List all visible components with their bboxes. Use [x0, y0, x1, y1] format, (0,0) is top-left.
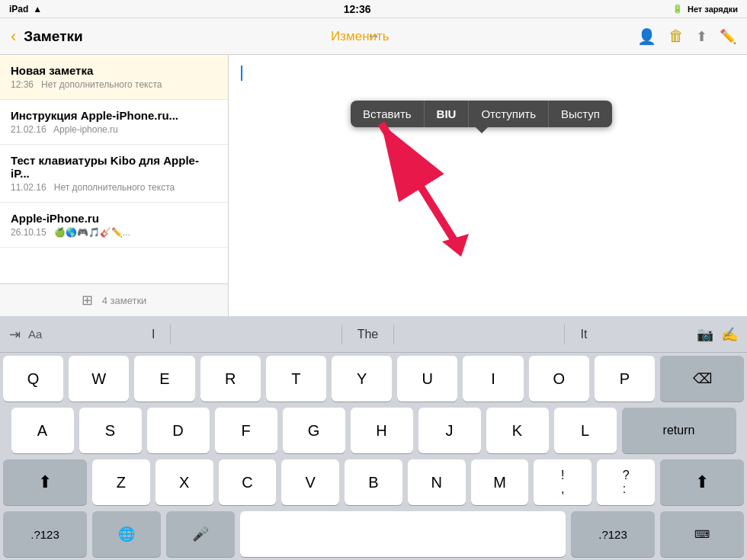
note-count: 4 заметки [102, 295, 147, 306]
key-exclaim[interactable]: !, [534, 459, 592, 505]
note-item[interactable]: Инструкция Apple-iPhone.ru... 21.02.16 A… [0, 100, 228, 145]
key-t[interactable]: T [266, 356, 326, 402]
key-l[interactable]: L [554, 408, 617, 453]
key-k[interactable]: K [486, 408, 549, 453]
note-date: 21.02.16 [11, 124, 46, 135]
battery-label: Нет зарядки [688, 5, 738, 14]
key-y[interactable]: Y [332, 356, 392, 402]
space-key[interactable] [240, 511, 566, 557]
key-v[interactable]: V [281, 459, 339, 505]
key-row-3: ⬆ Z X C V B N M !, ?: ⬆ [3, 459, 744, 505]
return-key[interactable]: return [622, 408, 736, 453]
suggestion-3[interactable]: It [564, 325, 602, 344]
key-row-1: Q W E R T Y U I O P ⌫ [3, 356, 744, 402]
key-u[interactable]: U [397, 356, 457, 402]
mic-key[interactable]: 🎤 [166, 511, 235, 557]
numbers-key-right[interactable]: .?123 [571, 511, 655, 557]
person-icon[interactable]: 👤 [637, 27, 656, 46]
trash-icon[interactable]: 🗑 [668, 27, 684, 45]
note-date: 11.02.16 [11, 182, 46, 193]
note-editor[interactable]: Вставить BIU Отступить Выступ [229, 55, 747, 316]
keyboard-key[interactable]: ⌨ [660, 511, 744, 557]
context-paste[interactable]: Вставить [351, 101, 425, 127]
key-e[interactable]: E [134, 356, 194, 402]
note-title: Новая заметка [11, 64, 217, 77]
note-title: Инструкция Apple-iPhone.ru... [11, 109, 217, 122]
pencil-icon[interactable]: ✏️ [720, 28, 736, 45]
svg-line-1 [381, 123, 457, 245]
expand-icon: ↔ [367, 28, 380, 43]
text-cursor [241, 66, 242, 81]
key-r[interactable]: R [200, 356, 261, 402]
key-f[interactable]: F [215, 408, 277, 453]
grid-icon[interactable]: ⊞ [82, 292, 93, 309]
nav-right-icons: 👤 🗑 ⬆ ✏️ [637, 27, 736, 46]
numbers-key[interactable]: .?123 [3, 511, 87, 557]
status-time: 12:36 [344, 3, 371, 15]
key-i[interactable]: I [463, 356, 523, 402]
note-meta: 26.10.15 🍏🌎🎮🎵🎸✏️... [11, 227, 217, 238]
key-row-2: A S D F G H J K L return [3, 408, 744, 453]
wifi-icon: ▲ [33, 4, 42, 14]
note-date: 26.10.15 [11, 227, 46, 238]
autocomplete-right-icons: 📷 ✍️ [688, 326, 747, 343]
note-date: 12:36 [11, 79, 34, 90]
suggestion-1[interactable]: I [136, 325, 171, 344]
key-question[interactable]: ?: [597, 459, 655, 505]
nav-title: Заметки [24, 28, 82, 45]
status-bar: iPad ▲ 12:36 🔋 Нет зарядки [0, 0, 747, 18]
shift-key-right[interactable]: ⬆ [660, 459, 744, 505]
sidebar-footer: ⊞ 4 заметки [0, 283, 228, 316]
autocomplete-left-icons: ⇥ Aa [0, 326, 51, 343]
note-title: Apple-iPhone.ru [11, 212, 217, 225]
status-left: iPad ▲ [9, 4, 42, 14]
globe-key[interactable]: 🌐 [92, 511, 161, 557]
key-d[interactable]: D [147, 408, 210, 453]
note-preview: Нет дополнительного текста [41, 79, 162, 90]
nav-bar: ‹ Заметки ↔ Изменить 👤 🗑 ⬆ ✏️ [0, 18, 747, 55]
note-item[interactable]: Apple-iPhone.ru 26.10.15 🍏🌎🎮🎵🎸✏️... [0, 203, 228, 248]
note-preview: 🍏🌎🎮🎵🎸✏️... [54, 227, 130, 238]
signature-icon[interactable]: ✍️ [721, 326, 738, 343]
note-meta: 12:36 Нет дополнительного текста [11, 79, 217, 90]
share-icon[interactable]: ⬆ [696, 28, 707, 45]
context-menu: Вставить BIU Отступить Выступ [351, 101, 612, 127]
key-b[interactable]: B [345, 459, 402, 505]
suggestion-2[interactable]: The [341, 325, 395, 344]
note-meta: 11.02.16 Нет дополнительного текста [11, 182, 217, 193]
context-outdent[interactable]: Выступ [549, 101, 612, 127]
key-g[interactable]: G [283, 408, 345, 453]
key-o[interactable]: O [529, 356, 589, 402]
camera-icon[interactable]: 📷 [697, 326, 713, 343]
key-s[interactable]: S [79, 408, 142, 453]
key-m[interactable]: M [471, 459, 529, 505]
note-preview: Нет дополнительного текста [54, 182, 175, 193]
indent-icon[interactable]: ⇥ [9, 326, 21, 343]
key-c[interactable]: C [219, 459, 277, 505]
key-w[interactable]: W [69, 356, 129, 402]
svg-marker-2 [442, 234, 469, 257]
key-h[interactable]: H [351, 408, 413, 453]
autocomplete-bar: ⇥ Aa I The It 📷 ✍️ [0, 316, 747, 353]
key-a[interactable]: A [11, 408, 74, 453]
context-indent[interactable]: Отступить [469, 101, 549, 127]
key-q[interactable]: Q [3, 356, 63, 402]
aa-icon[interactable]: Aa [28, 328, 42, 341]
autocomplete-suggestions: I The It [51, 325, 688, 344]
edit-button[interactable]: Изменить [331, 29, 390, 44]
key-z[interactable]: Z [92, 459, 150, 505]
note-meta: 21.02.16 Apple-iphone.ru [11, 124, 217, 135]
context-biu[interactable]: BIU [425, 101, 470, 127]
sidebar: Новая заметка 12:36 Нет дополнительного … [0, 55, 229, 316]
status-right: 🔋 Нет зарядки [672, 4, 738, 14]
note-item[interactable]: Новая заметка 12:36 Нет дополнительного … [0, 55, 228, 100]
keyboard-rows: Q W E R T Y U I O P ⌫ A S D F G H J K L … [0, 353, 747, 560]
backspace-key[interactable]: ⌫ [660, 356, 744, 402]
back-button[interactable]: ‹ [11, 27, 16, 46]
key-x[interactable]: X [155, 459, 213, 505]
key-n[interactable]: N [408, 459, 466, 505]
key-j[interactable]: J [418, 408, 481, 453]
shift-key[interactable]: ⬆ [3, 459, 87, 505]
note-item[interactable]: Тест клавиатуры Kibo для Apple-iP... 11.… [0, 145, 228, 203]
key-p[interactable]: P [595, 356, 655, 402]
